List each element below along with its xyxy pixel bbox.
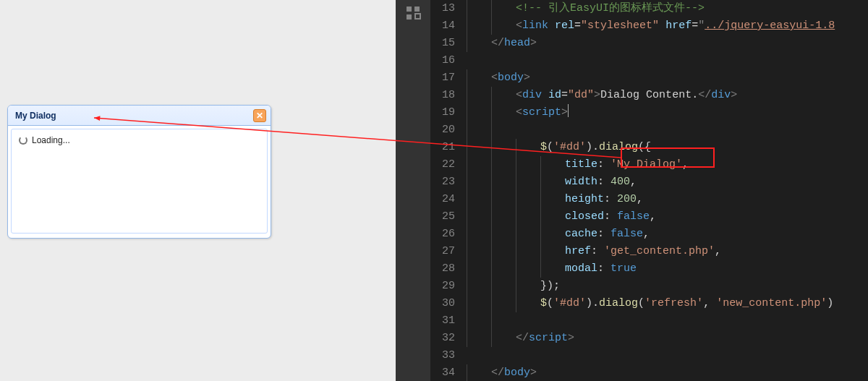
- indent-guide: [467, 87, 491, 104]
- code-line[interactable]: 33: [430, 347, 868, 364]
- code-line[interactable]: 31: [430, 312, 868, 330]
- token-tag: body: [498, 69, 524, 87]
- token-punc: >: [530, 364, 537, 381]
- token-brace: });: [540, 278, 560, 295]
- token-punc: ": [698, 17, 705, 35]
- line-number: 20: [430, 121, 467, 139]
- text-cursor: [568, 104, 569, 117]
- code-line[interactable]: 19<script>: [430, 104, 868, 121]
- token-op: =: [692, 17, 698, 35]
- token-brace: ): [827, 295, 833, 312]
- code-line[interactable]: 24height: 200,: [430, 191, 868, 208]
- token-key: height: [565, 191, 604, 208]
- token-str: "dd": [568, 87, 594, 104]
- line-number: 29: [430, 278, 467, 295]
- code-line[interactable]: 23width: 400,: [430, 174, 868, 191]
- token-attr: rel: [555, 17, 574, 35]
- token-key: title: [565, 156, 597, 174]
- code-line[interactable]: 15</head>: [430, 35, 868, 52]
- indent-guide: [491, 191, 516, 208]
- token-text: [542, 87, 548, 104]
- token-tag: script: [529, 330, 568, 347]
- token-punc: </: [516, 330, 529, 347]
- code-line[interactable]: 22title: 'My Dialog',: [430, 156, 868, 174]
- indent-guide: [467, 17, 491, 35]
- indent-guide: [516, 260, 540, 278]
- indent-guide: [491, 104, 516, 121]
- indent-guide: [467, 191, 491, 208]
- token-text: [548, 17, 555, 35]
- indent-guide: [467, 260, 491, 278]
- indent-guide: [491, 17, 516, 35]
- dialog-body: Loading...: [8, 126, 271, 236]
- indent-guide: [491, 226, 516, 243]
- line-number: 27: [430, 243, 467, 260]
- token-tag: body: [504, 364, 530, 381]
- token-text: :: [604, 208, 617, 226]
- code-line[interactable]: 27href: 'get_content.php',: [430, 243, 868, 260]
- token-href: ../jquery-easyui-1.8: [705, 17, 835, 35]
- token-brace: ): [586, 139, 592, 156]
- line-number: 16: [430, 52, 467, 69]
- line-number: 19: [430, 104, 467, 121]
- loading-spinner-icon: [19, 136, 27, 145]
- code-line[interactable]: 21$('#dd').dialog({: [430, 139, 868, 156]
- token-key: closed: [565, 208, 604, 226]
- indent-guide: [491, 208, 516, 226]
- code-line[interactable]: 34</body>: [430, 364, 868, 381]
- token-bool: false: [610, 226, 643, 243]
- easyui-dialog[interactable]: My Dialog ✕ Loading...: [7, 105, 271, 239]
- token-text: ,: [643, 226, 650, 243]
- code-line[interactable]: 30$('#dd').dialog('refresh', 'new_conten…: [430, 295, 868, 312]
- token-str: 'get_content.php': [604, 243, 715, 260]
- token-cmt: <!-- 引入EasyUI的图标样式文件-->: [516, 0, 705, 17]
- token-text: :: [591, 243, 604, 260]
- token-text: :: [597, 260, 610, 278]
- token-tag: div: [711, 87, 731, 104]
- code-line[interactable]: 17<body>: [430, 69, 868, 87]
- line-number: 28: [430, 260, 467, 278]
- indent-guide: [491, 87, 516, 104]
- code-line[interactable]: 32</script>: [430, 330, 868, 347]
- activity-bar[interactable]: [396, 0, 430, 381]
- indent-guide: [467, 364, 491, 381]
- code-line[interactable]: 25closed: false,: [430, 208, 868, 226]
- code-line[interactable]: 20: [430, 121, 868, 139]
- token-op: =: [561, 87, 568, 104]
- token-text: ,: [630, 174, 637, 191]
- token-text: :: [597, 226, 610, 243]
- indent-guide: [491, 330, 516, 347]
- close-icon: ✕: [256, 111, 263, 120]
- token-str: 'refresh': [644, 295, 703, 312]
- code-line[interactable]: 28modal: true: [430, 260, 868, 278]
- code-line[interactable]: 14<link rel="stylesheet" href="../jquery…: [430, 17, 868, 35]
- code-line[interactable]: 13<!-- 引入EasyUI的图标样式文件-->: [430, 0, 868, 17]
- token-punc: >: [568, 330, 574, 347]
- token-tag: script: [522, 104, 561, 121]
- token-text: :: [597, 156, 610, 174]
- line-number: 25: [430, 208, 467, 226]
- line-number: 13: [430, 0, 467, 17]
- indent-guide: [540, 260, 565, 278]
- token-text: ,: [703, 295, 716, 312]
- code-line[interactable]: 26cache: false,: [430, 226, 868, 243]
- token-text: ,: [650, 208, 656, 226]
- dialog-close-button[interactable]: ✕: [253, 109, 266, 122]
- code-line[interactable]: 18<div id="dd">Dialog Content.</div>: [430, 87, 868, 104]
- token-text: Dialog Content.: [600, 87, 698, 104]
- code-line[interactable]: 16: [430, 52, 868, 69]
- token-op: =: [574, 17, 581, 35]
- token-str: "stylesheet": [581, 17, 659, 35]
- token-punc: <: [516, 17, 522, 35]
- extensions-icon[interactable]: [404, 4, 422, 25]
- dialog-titlebar[interactable]: My Dialog ✕: [8, 106, 271, 126]
- code-editor[interactable]: 13<!-- 引入EasyUI的图标样式文件-->14<link rel="st…: [430, 0, 868, 381]
- token-key: href: [565, 243, 591, 260]
- indent-guide: [491, 174, 516, 191]
- code-line[interactable]: 29});: [430, 278, 868, 295]
- token-brace: ): [586, 295, 592, 312]
- indent-guide: [516, 295, 540, 312]
- token-func: dialog: [599, 295, 638, 312]
- token-tag: link: [522, 17, 548, 35]
- code-editor-pane: 13<!-- 引入EasyUI的图标样式文件-->14<link rel="st…: [396, 0, 868, 381]
